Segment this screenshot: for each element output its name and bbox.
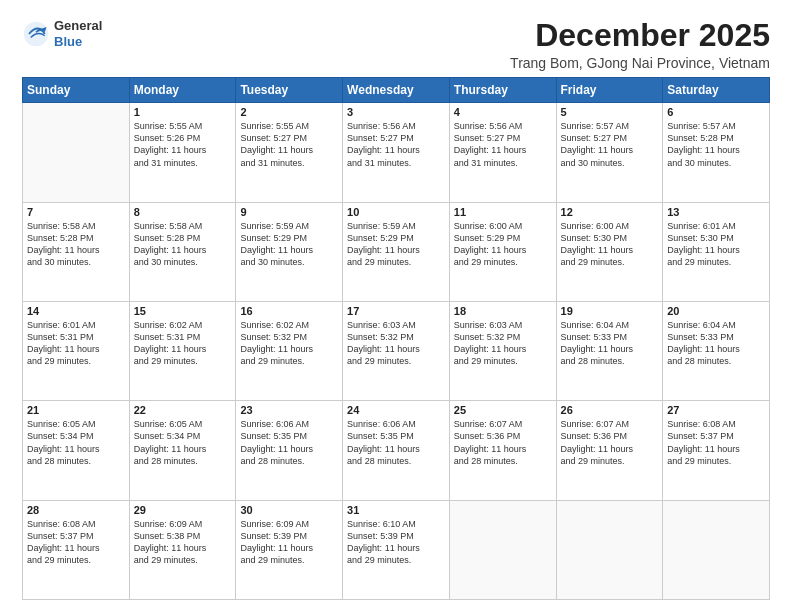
day-number: 20 xyxy=(667,305,765,317)
table-row: 31Sunrise: 6:10 AMSunset: 5:39 PMDayligh… xyxy=(343,500,450,599)
calendar-week-row: 14Sunrise: 6:01 AMSunset: 5:31 PMDayligh… xyxy=(23,301,770,400)
table-row: 5Sunrise: 5:57 AMSunset: 5:27 PMDaylight… xyxy=(556,103,663,202)
day-number: 13 xyxy=(667,206,765,218)
day-info: Sunrise: 6:01 AMSunset: 5:30 PMDaylight:… xyxy=(667,220,765,269)
title-block: December 2025 Trang Bom, GJong Nai Provi… xyxy=(510,18,770,71)
day-number: 23 xyxy=(240,404,338,416)
table-row xyxy=(23,103,130,202)
day-number: 15 xyxy=(134,305,232,317)
day-info: Sunrise: 6:05 AMSunset: 5:34 PMDaylight:… xyxy=(134,418,232,467)
day-number: 16 xyxy=(240,305,338,317)
day-info: Sunrise: 6:08 AMSunset: 5:37 PMDaylight:… xyxy=(667,418,765,467)
table-row: 8Sunrise: 5:58 AMSunset: 5:28 PMDaylight… xyxy=(129,202,236,301)
table-row: 16Sunrise: 6:02 AMSunset: 5:32 PMDayligh… xyxy=(236,301,343,400)
day-info: Sunrise: 5:58 AMSunset: 5:28 PMDaylight:… xyxy=(134,220,232,269)
table-row: 9Sunrise: 5:59 AMSunset: 5:29 PMDaylight… xyxy=(236,202,343,301)
table-row: 27Sunrise: 6:08 AMSunset: 5:37 PMDayligh… xyxy=(663,401,770,500)
table-row: 18Sunrise: 6:03 AMSunset: 5:32 PMDayligh… xyxy=(449,301,556,400)
logo-general: General xyxy=(54,18,102,33)
day-info: Sunrise: 6:09 AMSunset: 5:38 PMDaylight:… xyxy=(134,518,232,567)
day-info: Sunrise: 6:00 AMSunset: 5:30 PMDaylight:… xyxy=(561,220,659,269)
day-number: 9 xyxy=(240,206,338,218)
day-number: 25 xyxy=(454,404,552,416)
day-info: Sunrise: 5:59 AMSunset: 5:29 PMDaylight:… xyxy=(347,220,445,269)
table-row: 13Sunrise: 6:01 AMSunset: 5:30 PMDayligh… xyxy=(663,202,770,301)
table-row: 15Sunrise: 6:02 AMSunset: 5:31 PMDayligh… xyxy=(129,301,236,400)
table-row: 4Sunrise: 5:56 AMSunset: 5:27 PMDaylight… xyxy=(449,103,556,202)
table-row xyxy=(663,500,770,599)
day-number: 2 xyxy=(240,106,338,118)
day-number: 12 xyxy=(561,206,659,218)
table-row: 2Sunrise: 5:55 AMSunset: 5:27 PMDaylight… xyxy=(236,103,343,202)
day-info: Sunrise: 5:59 AMSunset: 5:29 PMDaylight:… xyxy=(240,220,338,269)
day-info: Sunrise: 5:55 AMSunset: 5:26 PMDaylight:… xyxy=(134,120,232,169)
header-saturday: Saturday xyxy=(663,78,770,103)
day-info: Sunrise: 6:04 AMSunset: 5:33 PMDaylight:… xyxy=(561,319,659,368)
day-number: 30 xyxy=(240,504,338,516)
header: General Blue December 2025 Trang Bom, GJ… xyxy=(22,18,770,71)
day-info: Sunrise: 5:55 AMSunset: 5:27 PMDaylight:… xyxy=(240,120,338,169)
header-sunday: Sunday xyxy=(23,78,130,103)
calendar-week-row: 1Sunrise: 5:55 AMSunset: 5:26 PMDaylight… xyxy=(23,103,770,202)
day-info: Sunrise: 6:03 AMSunset: 5:32 PMDaylight:… xyxy=(454,319,552,368)
day-info: Sunrise: 6:02 AMSunset: 5:32 PMDaylight:… xyxy=(240,319,338,368)
page: General Blue December 2025 Trang Bom, GJ… xyxy=(0,0,792,612)
day-number: 19 xyxy=(561,305,659,317)
day-info: Sunrise: 6:09 AMSunset: 5:39 PMDaylight:… xyxy=(240,518,338,567)
calendar-table: Sunday Monday Tuesday Wednesday Thursday… xyxy=(22,77,770,600)
day-info: Sunrise: 5:56 AMSunset: 5:27 PMDaylight:… xyxy=(347,120,445,169)
day-number: 24 xyxy=(347,404,445,416)
table-row: 19Sunrise: 6:04 AMSunset: 5:33 PMDayligh… xyxy=(556,301,663,400)
day-info: Sunrise: 6:01 AMSunset: 5:31 PMDaylight:… xyxy=(27,319,125,368)
day-number: 5 xyxy=(561,106,659,118)
day-number: 17 xyxy=(347,305,445,317)
table-row xyxy=(449,500,556,599)
table-row: 25Sunrise: 6:07 AMSunset: 5:36 PMDayligh… xyxy=(449,401,556,500)
logo-text: General Blue xyxy=(54,18,102,49)
logo-icon xyxy=(22,20,50,48)
day-info: Sunrise: 6:06 AMSunset: 5:35 PMDaylight:… xyxy=(347,418,445,467)
day-info: Sunrise: 6:05 AMSunset: 5:34 PMDaylight:… xyxy=(27,418,125,467)
day-info: Sunrise: 5:57 AMSunset: 5:28 PMDaylight:… xyxy=(667,120,765,169)
table-row: 17Sunrise: 6:03 AMSunset: 5:32 PMDayligh… xyxy=(343,301,450,400)
day-number: 29 xyxy=(134,504,232,516)
day-number: 6 xyxy=(667,106,765,118)
table-row: 30Sunrise: 6:09 AMSunset: 5:39 PMDayligh… xyxy=(236,500,343,599)
logo: General Blue xyxy=(22,18,102,49)
day-info: Sunrise: 5:58 AMSunset: 5:28 PMDaylight:… xyxy=(27,220,125,269)
day-number: 4 xyxy=(454,106,552,118)
day-info: Sunrise: 6:07 AMSunset: 5:36 PMDaylight:… xyxy=(454,418,552,467)
day-info: Sunrise: 6:10 AMSunset: 5:39 PMDaylight:… xyxy=(347,518,445,567)
month-title: December 2025 xyxy=(510,18,770,53)
day-number: 31 xyxy=(347,504,445,516)
header-thursday: Thursday xyxy=(449,78,556,103)
day-number: 11 xyxy=(454,206,552,218)
calendar-week-row: 28Sunrise: 6:08 AMSunset: 5:37 PMDayligh… xyxy=(23,500,770,599)
header-monday: Monday xyxy=(129,78,236,103)
table-row: 11Sunrise: 6:00 AMSunset: 5:29 PMDayligh… xyxy=(449,202,556,301)
table-row: 7Sunrise: 5:58 AMSunset: 5:28 PMDaylight… xyxy=(23,202,130,301)
location-subtitle: Trang Bom, GJong Nai Province, Vietnam xyxy=(510,55,770,71)
table-row: 29Sunrise: 6:09 AMSunset: 5:38 PMDayligh… xyxy=(129,500,236,599)
calendar-week-row: 7Sunrise: 5:58 AMSunset: 5:28 PMDaylight… xyxy=(23,202,770,301)
table-row xyxy=(556,500,663,599)
day-number: 28 xyxy=(27,504,125,516)
day-info: Sunrise: 6:03 AMSunset: 5:32 PMDaylight:… xyxy=(347,319,445,368)
table-row: 23Sunrise: 6:06 AMSunset: 5:35 PMDayligh… xyxy=(236,401,343,500)
day-number: 1 xyxy=(134,106,232,118)
table-row: 26Sunrise: 6:07 AMSunset: 5:36 PMDayligh… xyxy=(556,401,663,500)
calendar-week-row: 21Sunrise: 6:05 AMSunset: 5:34 PMDayligh… xyxy=(23,401,770,500)
day-info: Sunrise: 6:08 AMSunset: 5:37 PMDaylight:… xyxy=(27,518,125,567)
table-row: 1Sunrise: 5:55 AMSunset: 5:26 PMDaylight… xyxy=(129,103,236,202)
day-number: 10 xyxy=(347,206,445,218)
day-number: 22 xyxy=(134,404,232,416)
table-row: 10Sunrise: 5:59 AMSunset: 5:29 PMDayligh… xyxy=(343,202,450,301)
table-row: 6Sunrise: 5:57 AMSunset: 5:28 PMDaylight… xyxy=(663,103,770,202)
table-row: 20Sunrise: 6:04 AMSunset: 5:33 PMDayligh… xyxy=(663,301,770,400)
day-info: Sunrise: 6:00 AMSunset: 5:29 PMDaylight:… xyxy=(454,220,552,269)
table-row: 14Sunrise: 6:01 AMSunset: 5:31 PMDayligh… xyxy=(23,301,130,400)
header-wednesday: Wednesday xyxy=(343,78,450,103)
table-row: 12Sunrise: 6:00 AMSunset: 5:30 PMDayligh… xyxy=(556,202,663,301)
table-row: 28Sunrise: 6:08 AMSunset: 5:37 PMDayligh… xyxy=(23,500,130,599)
day-info: Sunrise: 6:02 AMSunset: 5:31 PMDaylight:… xyxy=(134,319,232,368)
